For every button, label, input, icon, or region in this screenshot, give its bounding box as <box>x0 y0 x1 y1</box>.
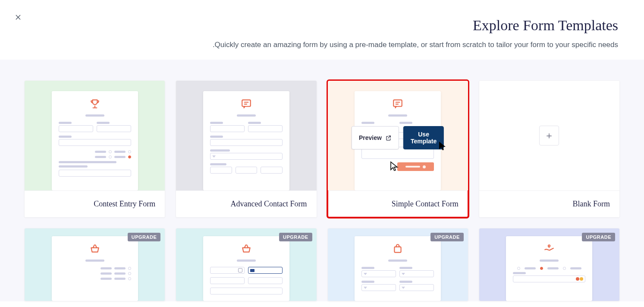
close-icon[interactable] <box>15 14 22 21</box>
basket-icon <box>210 243 283 256</box>
use-template-label: Use Template <box>411 131 437 145</box>
preview-label: Preview <box>359 134 382 141</box>
template-card-simple-contact[interactable]: Preview Use Template Simple Contact Form <box>327 80 468 218</box>
preview-button[interactable]: Preview <box>352 126 399 149</box>
template-card-advanced-contact[interactable]: Advanced Contact Form <box>176 80 317 218</box>
template-label: Advanced Contact Form <box>176 190 316 217</box>
template-preview: ＋ <box>479 81 619 190</box>
template-preview: UPGRADE <box>176 228 316 301</box>
template-preview: UPGRADE <box>328 228 468 301</box>
template-preview: UPGRADE <box>25 228 165 301</box>
upgrade-badge: UPGRADE <box>279 233 312 241</box>
template-card-upgrade[interactable]: UPGRADE <box>176 228 317 301</box>
template-card-upgrade[interactable]: UPGRADE <box>24 228 165 301</box>
template-gallery: Contest Entry Form Advanced Contac <box>24 80 620 301</box>
upgrade-badge: UPGRADE <box>128 233 161 241</box>
page-title: Explore Form Templates <box>26 17 618 34</box>
upgrade-badge: UPGRADE <box>430 233 464 241</box>
template-card-upgrade[interactable]: UPGRADE <box>327 228 468 301</box>
bag-icon <box>361 243 434 256</box>
upgrade-badge: UPGRADE <box>582 233 615 241</box>
plus-icon: ＋ <box>539 126 559 146</box>
basket-icon <box>59 243 131 256</box>
svg-rect-3 <box>393 100 402 106</box>
use-template-button[interactable]: Use Template <box>403 126 444 149</box>
template-card-blank[interactable]: ＋ Blank Form <box>479 80 620 218</box>
template-card-contest-entry[interactable]: Contest Entry Form <box>24 80 165 218</box>
trophy-icon <box>59 98 131 111</box>
template-label: Contest Entry Form <box>25 190 165 217</box>
svg-rect-4 <box>395 247 401 253</box>
template-preview <box>25 81 165 190</box>
template-preview: UPGRADE <box>479 228 619 301</box>
template-card-upgrade[interactable]: UPGRADE <box>479 228 620 301</box>
chat-icon <box>361 98 434 111</box>
page-subtitle: .Quickly create an amazing form by using… <box>26 41 618 49</box>
template-preview <box>176 81 316 190</box>
chat-icon <box>210 98 283 111</box>
external-link-icon <box>385 135 392 141</box>
template-label: Blank Form <box>479 190 619 217</box>
donate-icon <box>513 243 585 256</box>
template-label: Simple Contact Form <box>328 190 468 217</box>
svg-rect-2 <box>242 100 251 106</box>
